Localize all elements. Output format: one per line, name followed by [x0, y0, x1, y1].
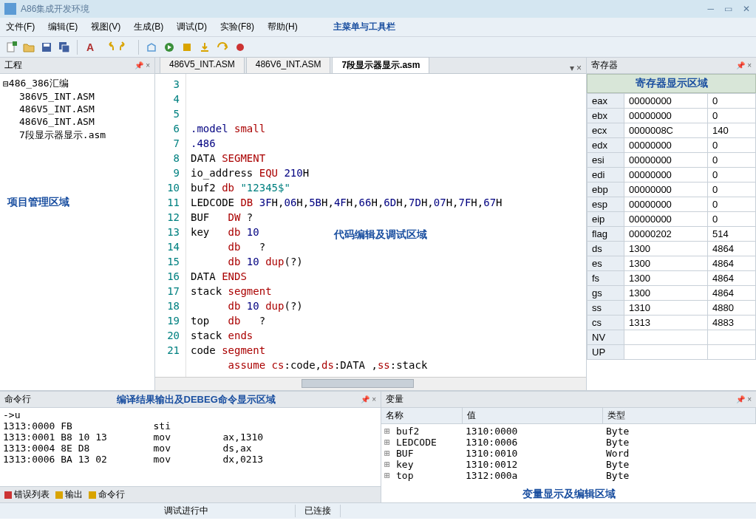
menubar-annotation: 主菜单与工具栏: [333, 21, 395, 33]
expand-icon[interactable]: ⊟: [3, 78, 9, 89]
register-row[interactable]: ss13104880: [588, 301, 756, 316]
open-icon[interactable]: [21, 39, 37, 55]
menu-file[interactable]: 文件(F): [6, 21, 35, 33]
register-panel: 寄存器📌 × 寄存器显示区域 eax000000000ebx000000000e…: [586, 58, 756, 390]
variable-row[interactable]: ⊞key1310:0012Byte: [384, 459, 753, 470]
run-icon[interactable]: [161, 39, 177, 55]
new-icon[interactable]: [3, 39, 19, 55]
register-row[interactable]: ebx000000000: [588, 109, 756, 123]
var-col-type[interactable]: 类型: [603, 408, 756, 423]
output-tab[interactable]: 错误列表: [4, 488, 50, 501]
tab-close-icon[interactable]: ×: [576, 63, 582, 73]
redo-icon[interactable]: [118, 39, 134, 55]
register-row[interactable]: gs13004864: [588, 286, 756, 301]
register-row[interactable]: flag00000202514: [588, 227, 756, 242]
registers-annotation: 寄存器显示区域: [587, 74, 756, 93]
tab-dropdown-icon[interactable]: ▾: [570, 63, 574, 73]
pin-icon[interactable]: 📌 ×: [134, 61, 150, 69]
project-tree[interactable]: ⊟ 486_386汇编 386V5_INT.ASM486V5_INT.ASM48…: [0, 74, 154, 146]
project-file[interactable]: 7段显示器显示.asm: [19, 128, 151, 143]
menu-debug[interactable]: 调试(D): [177, 21, 207, 33]
variables-title: 变量: [386, 393, 403, 406]
variable-row[interactable]: ⊞LEDCODE1310:0006Byte: [384, 437, 753, 448]
register-row[interactable]: NV: [588, 330, 756, 345]
undo-icon[interactable]: [100, 39, 116, 55]
record-icon[interactable]: [232, 39, 248, 55]
register-row[interactable]: ecx0000008C140: [588, 123, 756, 138]
menubar: 文件(F) 编辑(E) 视图(V) 生成(B) 调试(D) 实验(F8) 帮助(…: [0, 18, 756, 37]
var-col-value[interactable]: 值: [463, 408, 603, 423]
menu-build[interactable]: 生成(B): [134, 21, 163, 33]
editor-tab[interactable]: 486V5_INT.ASM: [160, 57, 245, 73]
svg-rect-5: [62, 45, 69, 52]
register-row[interactable]: fs13004864: [588, 271, 756, 286]
register-row[interactable]: cs13134883: [588, 316, 756, 330]
register-row[interactable]: edx000000000: [588, 138, 756, 153]
project-annotation: 项目管理区域: [0, 190, 154, 215]
save-icon[interactable]: [38, 39, 55, 55]
svg-rect-1: [13, 41, 17, 46]
font-icon[interactable]: A: [82, 39, 98, 55]
titlebar: A86集成开发环境 ─ ▭ ✕: [0, 0, 756, 18]
menu-help[interactable]: 帮助(H): [268, 21, 298, 33]
command-title: 命令行: [4, 393, 31, 406]
minimize-icon[interactable]: ─: [707, 4, 714, 14]
variable-row[interactable]: ⊞buf21310:0000Byte: [384, 426, 753, 437]
menu-experiment[interactable]: 实验(F8): [220, 21, 254, 33]
step-into-icon[interactable]: [197, 39, 213, 55]
project-file[interactable]: 486V6_INT.ASM: [19, 115, 151, 128]
code-editor[interactable]: 3456789101112131415161718192021 代码编辑及调试区…: [155, 74, 586, 377]
editor-panel: 486V5_INT.ASM486V6_INT.ASM7段显示器显示.asm ▾ …: [155, 58, 586, 390]
var-col-name[interactable]: 名称: [381, 408, 463, 423]
maximize-icon[interactable]: ▭: [724, 4, 732, 14]
stop-icon[interactable]: [179, 39, 195, 55]
status-connection: 已连接: [296, 505, 341, 517]
pin-icon[interactable]: 📌 ×: [736, 61, 752, 69]
register-row[interactable]: ds13004864: [588, 242, 756, 256]
save-all-icon[interactable]: [56, 39, 72, 55]
svg-rect-3: [44, 44, 50, 47]
register-row[interactable]: esp000000000: [588, 197, 756, 212]
variable-row[interactable]: ⊞top1312:000aByte: [384, 470, 753, 481]
registers-title: 寄存器: [591, 59, 618, 72]
variable-row[interactable]: ⊞BUF1310:0010Word: [384, 448, 753, 459]
editor-annotation: 代码编辑及调试区域: [334, 228, 427, 242]
project-title: 工程: [4, 59, 22, 72]
variables-annotation: 变量显示及编辑区域: [381, 486, 756, 502]
svg-rect-7: [183, 44, 191, 51]
menu-view[interactable]: 视图(V): [91, 21, 120, 33]
project-file[interactable]: 486V5_INT.ASM: [19, 103, 151, 115]
statusbar: 调试进行中 已连接: [0, 502, 756, 519]
register-row[interactable]: edi000000000: [588, 168, 756, 183]
menu-edit[interactable]: 编辑(E): [48, 21, 78, 33]
project-file[interactable]: 386V5_INT.ASM: [19, 90, 151, 103]
register-row[interactable]: UP: [588, 345, 756, 360]
app-icon: [4, 3, 16, 15]
variables-panel: 变量📌 × 名称 值 类型 ⊞buf21310:0000Byte⊞LEDCODE…: [381, 392, 756, 502]
output-tab[interactable]: 输出: [55, 488, 83, 501]
step-over-icon[interactable]: [214, 39, 231, 55]
editor-tab[interactable]: 7段显示器显示.asm: [332, 57, 429, 73]
variables-list[interactable]: ⊞buf21310:0000Byte⊞LEDCODE1310:0006Byte⊞…: [381, 424, 756, 486]
register-row[interactable]: ebp000000000: [588, 183, 756, 197]
close-icon[interactable]: ✕: [743, 4, 750, 14]
pin-icon[interactable]: 📌 ×: [361, 395, 376, 403]
register-row[interactable]: eip000000000: [588, 212, 756, 227]
build-icon[interactable]: [143, 39, 160, 55]
registers-table[interactable]: eax000000000ebx000000000ecx0000008C140ed…: [587, 93, 756, 360]
svg-point-9: [236, 44, 244, 51]
project-root[interactable]: 486_386汇编: [9, 77, 69, 90]
register-row[interactable]: esi000000000: [588, 153, 756, 168]
command-panel: 命令行编译结果输出及DEBEG命令显示区域📌 × ->u 1313:0000 F…: [0, 392, 381, 502]
command-output[interactable]: ->u 1313:0000 FB sti 1313:0001 B8 10 13 …: [0, 408, 381, 486]
pin-icon[interactable]: 📌 ×: [736, 395, 752, 403]
register-row[interactable]: es13004864: [588, 256, 756, 271]
register-row[interactable]: eax000000000: [588, 94, 756, 109]
output-tab[interactable]: 命令行: [89, 488, 125, 501]
project-panel: 工程📌 × ⊟ 486_386汇编 386V5_INT.ASM486V5_INT…: [0, 58, 155, 390]
editor-tab[interactable]: 486V6_INT.ASM: [246, 57, 331, 73]
status-debug: 调试进行中: [155, 505, 296, 517]
editor-tabs: 486V5_INT.ASM486V6_INT.ASM7段显示器显示.asm ▾ …: [155, 58, 586, 74]
horizontal-scrollbar[interactable]: [155, 377, 586, 390]
app-title: A86集成开发环境: [21, 3, 89, 16]
